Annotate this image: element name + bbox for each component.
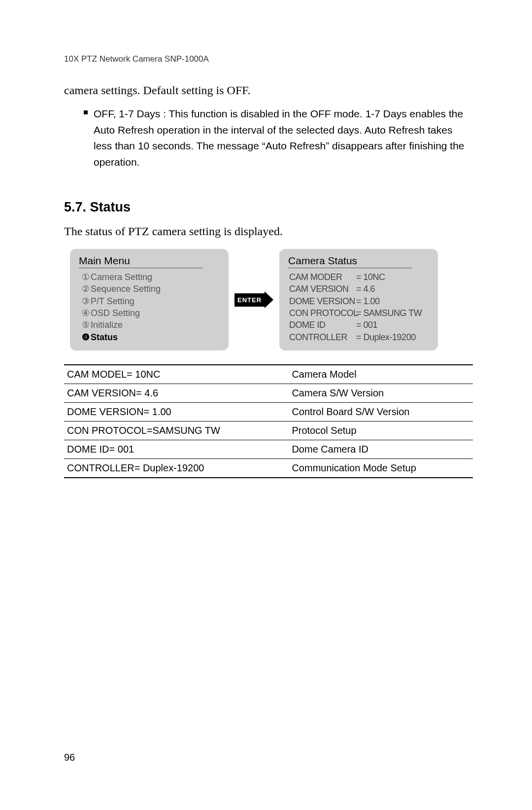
status-line: CAM MODER= 10NC [289,271,429,283]
menu-panels-row: Main Menu ①Camera Setting ②Sequence Sett… [70,249,473,351]
status-field: CONTROLLER= Duplex-19200 [64,459,289,478]
status-line: DOME VERSION= 1.00 [289,295,429,307]
status-line: CAM VERSION= 4.6 [289,283,429,295]
document-header: 10X PTZ Network Camera SNP-1000A [64,54,473,64]
enter-arrow: ENTER [234,291,273,308]
bullet-marker-icon [84,110,88,114]
menu-item-pt-setting: ③P/T Setting [82,295,220,307]
intro-line: camera settings. Default setting is OFF. [64,84,473,97]
table-row: CAM VERSION= 4.6 Camera S/W Version [64,384,473,403]
table-row: CAM MODEL= 10NC Camera Model [64,365,473,384]
bullet-list: OFF, 1-7 Days : This function is disable… [84,106,473,170]
main-menu-panel: Main Menu ①Camera Setting ②Sequence Sett… [70,249,229,351]
status-field: DOME ID= 001 [64,440,289,459]
status-line: CONTROLLER= Duplex-19200 [289,331,429,343]
status-line: DOME ID= 001 [289,319,429,331]
table-row: DOME ID= 001 Dome Camera ID [64,440,473,459]
page-number: 96 [64,752,75,763]
bullet-text: OFF, 1-7 Days : This function is disable… [94,106,473,170]
table-row: DOME VERSION= 1.00 Control Board S/W Ver… [64,403,473,422]
enter-label: ENTER [234,293,265,307]
menu-item-sequence-setting: ②Sequence Setting [82,283,220,295]
section-intro: The status of PTZ camera setting is disp… [64,225,473,238]
camera-status-title: Camera Status [288,255,412,268]
menu-item-status: ❹Status [82,331,220,343]
status-table: CAM MODEL= 10NC Camera Model CAM VERSION… [64,364,473,478]
table-row: CON PROTOCOL=SAMSUNG TW Protocol Setup [64,422,473,440]
status-desc: Protocol Setup [289,422,473,440]
status-desc: Communication Mode Setup [289,459,473,478]
status-desc: Control Board S/W Version [289,403,473,422]
menu-item-initialize: ⑤Initialize [82,319,220,331]
arrow-right-icon [265,291,273,308]
status-line: CON PROTOCOL= SAMSUNG TW [289,307,429,319]
section-heading: 5.7. Status [64,200,473,215]
table-row: CONTROLLER= Duplex-19200 Communication M… [64,459,473,478]
menu-item-camera-setting: ①Camera Setting [82,271,220,283]
camera-status-panel: Camera Status CAM MODER= 10NC CAM VERSIO… [279,249,438,351]
main-menu-title: Main Menu [79,255,203,268]
status-field: CAM MODEL= 10NC [64,365,289,384]
menu-item-osd-setting: ④OSD Setting [82,307,220,319]
status-desc: Camera S/W Version [289,384,473,403]
status-field: DOME VERSION= 1.00 [64,403,289,422]
status-field: CAM VERSION= 4.6 [64,384,289,403]
status-desc: Dome Camera ID [289,440,473,459]
status-desc: Camera Model [289,365,473,384]
status-field: CON PROTOCOL=SAMSUNG TW [64,422,289,440]
